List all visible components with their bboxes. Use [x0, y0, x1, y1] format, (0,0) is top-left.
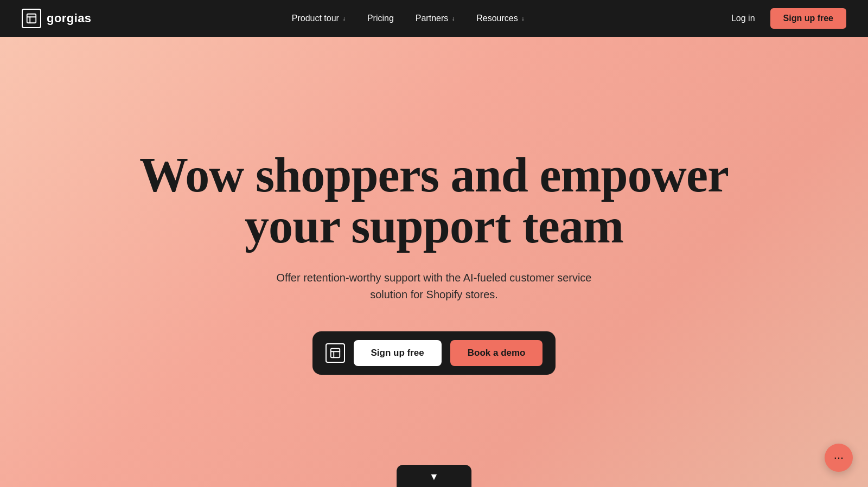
login-link[interactable]: Log in [725, 9, 762, 28]
navbar: gorgias Product tour ↓ Pricing Partners … [0, 0, 868, 37]
navbar-actions: Log in Sign up free [725, 8, 846, 29]
hero-demo-button[interactable]: Book a demo [450, 340, 543, 366]
main-nav: Product tour ↓ Pricing Partners ↓ Resour… [92, 9, 725, 28]
chevron-down-icon: ↓ [342, 15, 346, 22]
hero-section: Wow shoppers and empower your support te… [0, 37, 868, 487]
nav-partners[interactable]: Partners ↓ [407, 9, 463, 28]
nav-pricing[interactable]: Pricing [359, 9, 403, 28]
logo-icon [22, 9, 41, 28]
hero-signup-button[interactable]: Sign up free [354, 340, 442, 366]
chat-icon: ··· [834, 451, 844, 465]
hero-subtitle: Offer retention-worthy support with the … [266, 270, 602, 303]
svg-rect-3 [330, 348, 340, 357]
svg-rect-0 [27, 14, 36, 23]
chevron-down-icon: ↓ [521, 15, 525, 22]
logo-text: gorgias [47, 11, 92, 25]
scroll-indicator: ▼ [397, 465, 471, 487]
logo-link[interactable]: gorgias [22, 9, 92, 28]
nav-resources[interactable]: Resources ↓ [468, 9, 533, 28]
chevron-down-icon: ▼ [429, 471, 439, 483]
scroll-down-button[interactable]: ▼ [397, 465, 471, 487]
chevron-down-icon: ↓ [451, 15, 455, 22]
nav-product-tour[interactable]: Product tour ↓ [283, 9, 354, 28]
hero-title: Wow shoppers and empower your support te… [139, 150, 729, 252]
hero-cta-container: Sign up free Book a demo [312, 331, 556, 375]
navbar-signup-button[interactable]: Sign up free [770, 8, 846, 29]
hero-logo-icon [326, 343, 345, 363]
chat-bubble-button[interactable]: ··· [825, 444, 853, 472]
